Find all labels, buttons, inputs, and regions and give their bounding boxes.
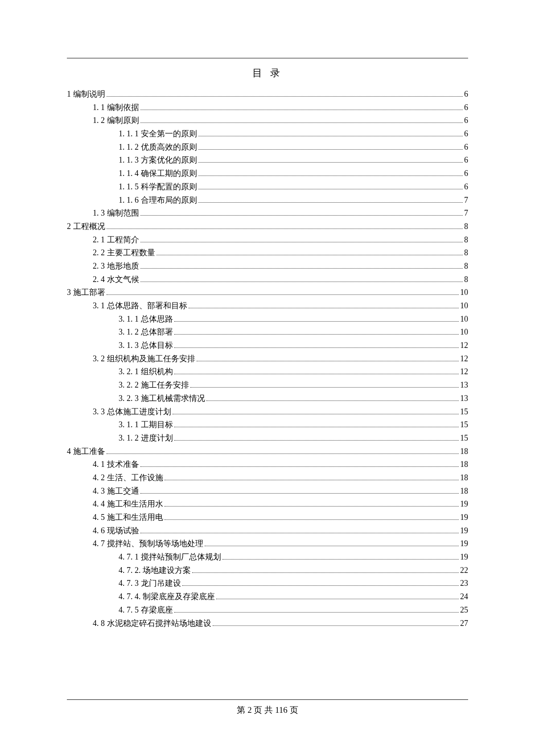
toc-leader-dots	[213, 618, 459, 625]
toc-entry-label: 4. 3 施工交通	[93, 485, 139, 498]
toc-entry-label: 3. 2. 2 施工任务安排	[119, 379, 189, 392]
toc-entry: 2. 2 主要工程数量8	[67, 246, 468, 260]
toc-entry-label: 2. 1 工程简介	[93, 233, 139, 247]
toc-leader-dots	[192, 566, 459, 573]
toc-entry-label: 4. 7. 3 龙门吊建设	[119, 577, 181, 590]
toc-entry-page: 6	[464, 88, 468, 101]
toc-entry-page: 10	[460, 326, 468, 339]
table-of-contents: 1 编制说明61. 1 编制依据61. 2 编制原则61. 1. 1 安全第一的…	[67, 88, 468, 630]
toc-entry-label: 1. 3 编制范围	[93, 207, 139, 220]
toc-leader-dots	[198, 182, 463, 189]
toc-entry-page: 13	[460, 392, 468, 405]
toc-entry-page: 12	[460, 365, 468, 379]
toc-entry-label: 4. 4 施工和生活用水	[93, 498, 163, 511]
toc-entry: 4. 7. 3 龙门吊建设23	[67, 577, 468, 590]
toc-entry: 1 编制说明6	[67, 88, 468, 101]
toc-entry: 4. 7. 1 搅拌站预制厂总体规划19	[67, 551, 468, 564]
toc-entry: 3. 1. 1 工期目标15	[67, 418, 468, 432]
toc-entry: 4 施工准备18	[67, 445, 468, 458]
toc-entry: 1. 3 编制范围7	[67, 207, 468, 220]
toc-entry: 3. 3 总体施工进度计划15	[67, 405, 468, 419]
toc-entry: 4. 6 现场试验19	[67, 524, 468, 538]
toc-leader-dots	[198, 169, 463, 176]
toc-leader-dots	[198, 143, 463, 150]
toc-entry-page: 8	[464, 220, 468, 233]
toc-entry: 1. 1. 5 科学配置的原则6	[67, 180, 468, 194]
toc-entry-label: 2. 4 水文气候	[93, 273, 139, 286]
toc-entry-label: 1. 1. 1 安全第一的原则	[119, 127, 197, 141]
toc-entry: 3. 2. 3 施工机械需求情况13	[67, 392, 468, 405]
toc-entry-page: 22	[460, 564, 468, 577]
toc-entry-label: 3 施工部署	[67, 286, 105, 299]
toc-entry-label: 1. 1. 6 合理布局的原则	[119, 194, 197, 207]
toc-entry-page: 19	[460, 498, 468, 511]
toc-entry-page: 24	[460, 590, 468, 604]
toc-entry-label: 3. 2. 3 施工机械需求情况	[119, 392, 205, 405]
toc-leader-dots	[107, 222, 463, 229]
toc-leader-dots	[198, 195, 463, 202]
toc-entry: 4. 3 施工交通18	[67, 485, 468, 498]
toc-entry-label: 3. 3 总体施工进度计划	[93, 405, 171, 419]
toc-entry-page: 7	[464, 194, 468, 207]
toc-entry-page: 6	[464, 101, 468, 114]
toc-leader-dots	[182, 579, 459, 586]
toc-entry-page: 15	[460, 432, 468, 445]
toc-leader-dots	[140, 116, 463, 123]
toc-entry-page: 6	[464, 141, 468, 154]
toc-entry: 3. 1 总体思路、部署和目标10	[67, 299, 468, 313]
toc-entry: 4. 1 技术准备18	[67, 458, 468, 471]
toc-entry-label: 1. 1. 3 方案优化的原则	[119, 154, 197, 167]
toc-entry-page: 8	[464, 233, 468, 247]
toc-entry: 3. 1. 2 总体部署10	[67, 326, 468, 339]
toc-title: 目 录	[67, 66, 468, 80]
toc-entry-label: 1. 1. 4 确保工期的原则	[119, 167, 197, 180]
toc-leader-dots	[174, 367, 459, 374]
toc-entry-label: 4. 7. 2. 场地建设方案	[119, 564, 191, 577]
toc-leader-dots	[140, 486, 459, 493]
toc-entry-page: 23	[460, 577, 468, 590]
toc-entry-page: 10	[460, 299, 468, 313]
toc-entry-label: 2 工程概况	[67, 220, 105, 233]
toc-leader-dots	[222, 552, 459, 560]
toc-entry-label: 4 施工准备	[67, 445, 105, 458]
toc-leader-dots	[107, 90, 463, 97]
toc-entry-label: 3. 1. 1 工期目标	[119, 418, 173, 432]
toc-entry-page: 18	[460, 458, 468, 471]
toc-leader-dots	[174, 605, 459, 613]
toc-entry-label: 4. 5 施工和生活用电	[93, 511, 163, 524]
toc-entry: 2. 4 水文气候8	[67, 273, 468, 286]
toc-entry: 4. 4 施工和生活用水19	[67, 498, 468, 511]
toc-entry-page: 12	[460, 352, 468, 366]
toc-entry-page: 6	[464, 114, 468, 127]
toc-entry: 1. 1. 6 合理布局的原则7	[67, 194, 468, 207]
footer-rule	[67, 699, 468, 700]
toc-entry-page: 19	[460, 551, 468, 564]
toc-entry-page: 18	[460, 471, 468, 485]
toc-entry-label: 2. 2 主要工程数量	[93, 246, 155, 260]
toc-leader-dots	[107, 446, 459, 454]
toc-entry-page: 8	[464, 273, 468, 286]
toc-entry: 4. 7. 5 存梁底座25	[67, 604, 468, 617]
toc-entry: 2 工程概况8	[67, 220, 468, 233]
toc-entry-page: 15	[460, 405, 468, 419]
toc-entry-label: 3. 1. 2 进度计划	[119, 432, 173, 445]
toc-entry: 2. 1 工程简介8	[67, 233, 468, 247]
toc-entry: 2. 3 地形地质8	[67, 260, 468, 273]
toc-leader-dots	[198, 129, 463, 136]
toc-entry-label: 3. 1. 1 总体思路	[119, 313, 173, 326]
toc-leader-dots	[140, 460, 459, 467]
header-rule	[67, 58, 468, 58]
toc-entry: 1. 2 编制原则6	[67, 114, 468, 127]
toc-entry-page: 10	[460, 313, 468, 326]
toc-leader-dots	[216, 592, 459, 599]
toc-leader-dots	[189, 301, 459, 308]
toc-entry: 1. 1. 4 确保工期的原则6	[67, 167, 468, 180]
toc-entry-page: 19	[460, 511, 468, 524]
toc-entry-page: 8	[464, 260, 468, 273]
toc-entry-label: 4. 1 技术准备	[93, 458, 139, 471]
toc-leader-dots	[165, 499, 459, 507]
toc-entry: 1. 1. 1 安全第一的原则6	[67, 127, 468, 141]
toc-leader-dots	[140, 526, 459, 533]
toc-entry-label: 1 编制说明	[67, 88, 105, 101]
toc-entry-page: 25	[460, 604, 468, 617]
